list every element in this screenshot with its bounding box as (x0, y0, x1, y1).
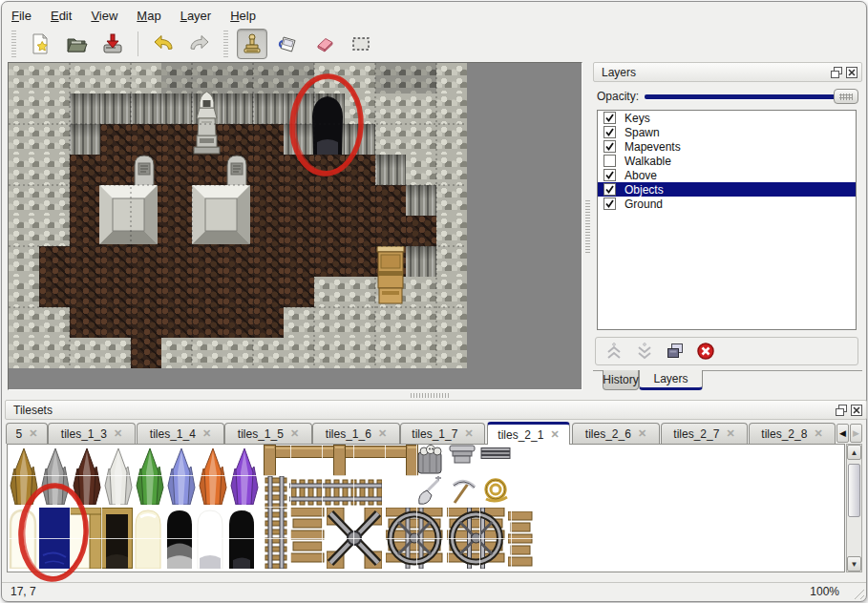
opacity-slider[interactable] (645, 89, 858, 104)
undo-button[interactable] (148, 29, 179, 59)
tile-rope-coil[interactable] (480, 476, 511, 506)
tileset-tab-tiles_1_7[interactable]: tiles_1_7✕ (400, 423, 485, 444)
tile-skull-barrel[interactable] (415, 445, 444, 474)
tile-planks-2[interactable] (508, 511, 533, 569)
tile-planks-1[interactable] (290, 508, 325, 569)
lower-layer-button[interactable] (634, 341, 655, 362)
opacity-slider-track[interactable] (645, 94, 855, 99)
tile-crystal-purple[interactable] (229, 446, 260, 505)
float-panel-icon[interactable] (830, 66, 842, 78)
tile-metal-bars[interactable] (480, 446, 511, 457)
tab-close-icon[interactable]: ✕ (464, 427, 473, 440)
menu-view[interactable]: View (91, 9, 117, 23)
tile-rail-crossing[interactable] (327, 508, 382, 569)
tile-crystal-white[interactable] (103, 446, 134, 505)
tile-crystal-gold[interactable] (9, 446, 39, 505)
map-canvas[interactable] (9, 63, 467, 368)
tile-wood-beam-post-2[interactable] (333, 445, 346, 476)
tab-close-icon[interactable]: ✕ (378, 427, 387, 440)
layer-visible-checkbox-checked[interactable] (603, 140, 616, 153)
vertical-splitter[interactable] (583, 62, 593, 390)
tileset-tab-tiles_2_7[interactable]: tiles_2_7✕ (661, 423, 748, 444)
tab-close-icon[interactable]: ✕ (114, 427, 122, 440)
tab-close-icon[interactable]: ✕ (202, 427, 211, 440)
dock-tab-history[interactable]: History (603, 370, 639, 390)
layer-visible-checkbox-checked[interactable] (603, 169, 616, 181)
layer-row-spawn[interactable]: Spawn (598, 125, 856, 139)
stamp-tool-button[interactable] (237, 29, 267, 59)
layer-row-objects[interactable]: Objects (598, 182, 856, 197)
splitter-grip[interactable] (585, 200, 590, 253)
tile-turntable-2[interactable] (447, 508, 505, 569)
tile-crystal-silver[interactable] (40, 446, 71, 505)
toolbar-drag-handle[interactable] (11, 31, 16, 57)
layer-visible-checkbox-checked[interactable] (603, 183, 616, 196)
tile-wood-beam-post-1[interactable] (264, 445, 276, 476)
tile-crystal-lavender[interactable] (166, 446, 197, 505)
layer-row-above[interactable]: Above (598, 168, 856, 182)
close-panel-icon[interactable] (845, 66, 857, 78)
tile-arch-faint[interactable] (8, 508, 38, 569)
close-panel-icon[interactable] (850, 404, 862, 416)
fill-tool-button[interactable] (273, 29, 304, 59)
tileset-tab-tiles_2_8[interactable]: tiles_2_8✕ (749, 423, 836, 444)
tab-close-icon[interactable]: ✕ (814, 427, 822, 440)
tileset-tab-tiles_1_6[interactable]: tiles_1_6✕ (312, 423, 400, 444)
layer-row-walkable[interactable]: Walkable (598, 154, 856, 168)
tile-arch-cream[interactable] (133, 508, 163, 569)
redo-button[interactable] (184, 29, 215, 59)
delete-layer-button[interactable] (695, 341, 716, 362)
tab-close-icon[interactable]: ✕ (550, 428, 559, 441)
tileset-tab-tiles_1_3[interactable]: tiles_1_3✕ (48, 423, 136, 444)
splitter-grip[interactable] (411, 393, 451, 398)
eraser-tool-button[interactable] (309, 29, 340, 59)
toolbar-drag-handle[interactable] (223, 31, 228, 57)
tile-rail-horizontal[interactable] (289, 479, 382, 506)
new-map-button[interactable] (25, 29, 55, 59)
save-button[interactable] (97, 29, 128, 59)
tile-turntable-1[interactable] (386, 508, 443, 569)
scroll-up-icon[interactable]: ▲ (847, 445, 861, 460)
menu-file[interactable]: File (11, 9, 32, 23)
tileset-tab-tiles_2_1[interactable]: tiles_2_1✕ (487, 422, 570, 445)
opacity-slider-handle[interactable] (834, 89, 858, 104)
tile-crystal-darkrock[interactable] (72, 446, 102, 505)
layer-visible-checkbox-unchecked[interactable] (603, 155, 616, 167)
layer-visible-checkbox-checked[interactable] (603, 112, 616, 124)
tile-pickaxe[interactable] (448, 476, 476, 506)
tileset-tab-5[interactable]: 5✕ (6, 423, 48, 444)
window-resize-grip[interactable] (852, 587, 864, 599)
tile-crystal-green[interactable] (135, 446, 165, 505)
layer-visible-checkbox-checked[interactable] (603, 126, 616, 138)
select-tool-button[interactable] (346, 29, 376, 59)
tile-arch-black[interactable] (226, 508, 257, 569)
tab-scroll-right-button[interactable]: ▶ (850, 424, 862, 443)
horizontal-splitter[interactable] (2, 391, 866, 400)
tileset-tab-tiles_2_6[interactable]: tiles_2_6✕ (572, 423, 660, 444)
tile-column-capital[interactable] (448, 445, 476, 464)
tileset-content[interactable] (7, 444, 845, 572)
duplicate-layer-button[interactable] (665, 341, 686, 362)
map-viewport[interactable] (8, 62, 582, 390)
menu-layer[interactable]: Layer (180, 9, 212, 23)
tileset-tab-tiles_1_5[interactable]: tiles_1_5✕ (224, 423, 312, 444)
layer-row-mapevents[interactable]: Mapevents (598, 139, 856, 154)
tile-shovel[interactable] (415, 476, 444, 506)
tile-crystal-orange[interactable] (198, 446, 228, 505)
tab-close-icon[interactable]: ✕ (29, 427, 37, 440)
tab-close-icon[interactable]: ✕ (726, 427, 734, 440)
tile-rail-vertical[interactable] (265, 476, 287, 569)
tile-dark-doorway[interactable] (101, 508, 133, 569)
dock-tab-layers[interactable]: Layers (639, 370, 703, 390)
tab-close-icon[interactable]: ✕ (638, 427, 646, 440)
tile-navy-door-selected[interactable] (39, 508, 70, 569)
scrollbar-thumb[interactable] (848, 464, 860, 517)
menu-help[interactable]: Help (230, 9, 256, 23)
open-button[interactable] (61, 29, 92, 59)
menu-map[interactable]: Map (137, 9, 160, 23)
tab-close-icon[interactable]: ✕ (290, 427, 299, 440)
scroll-down-icon[interactable]: ▼ (847, 556, 861, 572)
layer-row-ground[interactable]: Ground (598, 197, 856, 211)
tile-door-frame[interactable] (70, 508, 101, 569)
tile-arch-white[interactable] (195, 508, 225, 569)
